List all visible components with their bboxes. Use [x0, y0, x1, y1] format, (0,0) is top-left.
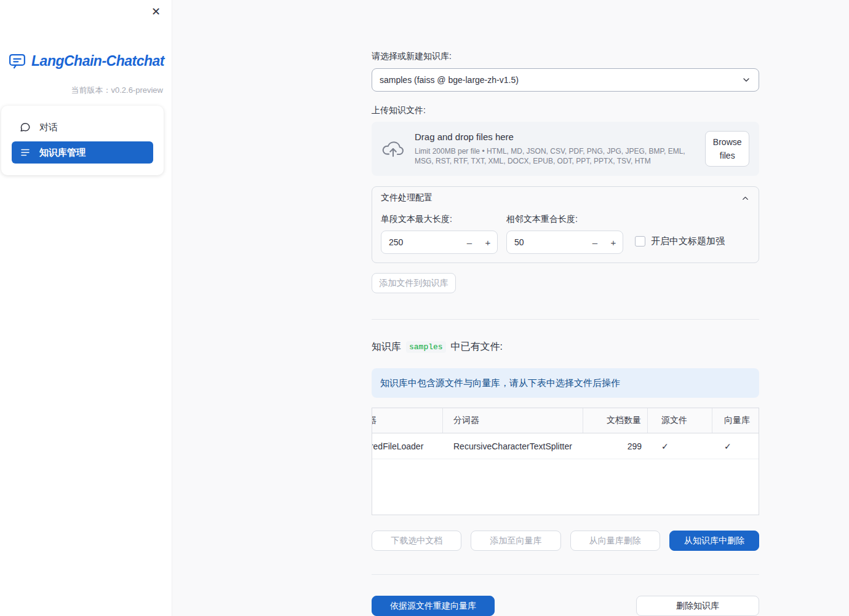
list-icon — [20, 147, 31, 158]
dropzone-texts: Drag and drop files here Limit 200MB per… — [415, 132, 695, 166]
kb-files-heading: 知识库 samples 中已有文件: — [372, 341, 759, 353]
config-row: 单段文本最大长度: 250 – + 相邻文本重合长度: 50 – + 开启中文标… — [381, 214, 750, 254]
dropzone-instructions: Drag and drop files here — [415, 132, 695, 142]
delete-from-kb-button[interactable]: 从知识库中删除 — [669, 531, 759, 551]
chunk-size-field: 单段文本最大长度: 250 – + — [381, 214, 498, 254]
column-header-vector[interactable]: 向量库 — [712, 408, 759, 433]
chunk-size-input: 250 – + — [381, 231, 498, 254]
download-selected-button[interactable]: 下载选中文档 — [372, 531, 461, 551]
app-logo: LangChain-Chatchat — [0, 52, 172, 70]
divider — [372, 574, 759, 575]
expander-header[interactable]: 文件处理配置 — [381, 187, 750, 209]
chunk-size-increment-button[interactable]: + — [479, 231, 497, 253]
sidebar-menu: 对话 知识库管理 — [1, 106, 164, 175]
column-header-source[interactable]: 源文件 — [648, 408, 712, 433]
cell-doc-count[interactable]: 299 — [583, 433, 648, 459]
chevron-up-icon — [741, 194, 750, 203]
column-header-splitter[interactable]: 分词器 — [443, 408, 583, 433]
chevron-down-icon — [741, 75, 751, 85]
browse-files-button[interactable]: Browse files — [705, 131, 749, 167]
zh-title-checkbox[interactable] — [635, 236, 645, 247]
chat-bubble-icon — [20, 122, 31, 133]
sidebar-item-label: 对话 — [39, 122, 58, 133]
zh-title-checkbox-label[interactable]: 开启中文标题加强 — [651, 235, 725, 247]
overlap-input: 50 – + — [506, 231, 623, 254]
divider — [372, 319, 759, 320]
kb-files-suffix: 中已有文件: — [451, 341, 503, 353]
overlap-decrement-button[interactable]: – — [586, 231, 604, 253]
file-action-buttons: 下载选中文档 添加至向量库 从向量库删除 从知识库中删除 — [372, 531, 759, 551]
chunk-size-value[interactable]: 250 — [381, 237, 460, 247]
sidebar-item-label: 知识库管理 — [39, 147, 86, 159]
cell-vector-check[interactable]: ✓ — [712, 433, 759, 459]
kb-management-buttons: 依据源文件重建向量库 删除知识库 — [372, 596, 759, 616]
table-inner: 文档加载器 分词器 文档数量 源文件 向量库 UnstructuredFileL… — [372, 408, 759, 515]
expander-title: 文件处理配置 — [381, 192, 432, 203]
table-row[interactable]: UnstructuredFileLoader RecursiveCharacte… — [372, 433, 759, 459]
zh-title-checkbox-group: 开启中文标题加强 — [635, 235, 725, 247]
overlap-increment-button[interactable]: + — [604, 231, 623, 253]
cell-source-check[interactable]: ✓ — [648, 433, 712, 459]
kb-select[interactable]: samples (faiss @ bge-large-zh-v1.5) — [372, 68, 759, 92]
overlap-field: 相邻文本重合长度: 50 – + — [506, 214, 623, 254]
kb-name-code: samples — [406, 341, 446, 353]
column-header-doc-count[interactable]: 文档数量 — [583, 408, 648, 433]
chunk-size-label: 单段文本最大长度: — [381, 214, 498, 225]
app-title: LangChain-Chatchat — [31, 53, 164, 69]
sidebar-item-knowledge-base[interactable]: 知识库管理 — [12, 141, 153, 164]
cell-loader[interactable]: UnstructuredFileLoader — [372, 433, 443, 459]
add-to-vector-store-button[interactable]: 添加至向量库 — [471, 531, 560, 551]
info-banner: 知识库中包含源文件与向量库，请从下表中选择文件后操作 — [372, 368, 759, 398]
file-dropzone[interactable]: Drag and drop files here Limit 200MB per… — [372, 122, 759, 176]
upload-label: 上传知识文件: — [372, 105, 759, 116]
table-header-row: 文档加载器 分词器 文档数量 源文件 向量库 — [372, 408, 759, 433]
dropzone-limit-text: Limit 200MB per file • HTML, MD, JSON, C… — [415, 146, 695, 166]
kb-select-value: samples (faiss @ bge-large-zh-v1.5) — [380, 75, 519, 85]
file-config-expander: 文件处理配置 单段文本最大长度: 250 – + 相邻文本重合长度: 50 — [372, 186, 759, 263]
rebuild-vector-store-button[interactable]: 依据源文件重建向量库 — [372, 596, 495, 616]
cell-splitter[interactable]: RecursiveCharacterTextSplitter — [443, 433, 583, 459]
chunk-size-decrement-button[interactable]: – — [460, 231, 479, 253]
column-header-loader[interactable]: 文档加载器 — [372, 408, 443, 433]
logo-chat-icon — [8, 52, 26, 70]
overlap-value[interactable]: 50 — [507, 237, 586, 247]
kb-files-table[interactable]: 文档加载器 分词器 文档数量 源文件 向量库 UnstructuredFileL… — [372, 408, 759, 515]
sidebar-item-dialogue[interactable]: 对话 — [12, 116, 153, 138]
add-files-to-kb-button[interactable]: 添加文件到知识库 — [372, 273, 456, 293]
version-text: 当前版本：v0.2.6-preview — [0, 85, 172, 96]
kb-select-label: 请选择或新建知识库: — [372, 51, 759, 62]
table-empty-area — [372, 459, 759, 515]
delete-from-vector-store-button[interactable]: 从向量库删除 — [570, 531, 660, 551]
overlap-label: 相邻文本重合长度: — [506, 214, 623, 225]
close-sidebar-button[interactable]: ✕ — [148, 4, 164, 20]
cloud-upload-icon — [381, 140, 405, 158]
main-content: 请选择或新建知识库: samples (faiss @ bge-large-zh… — [372, 0, 759, 616]
delete-kb-button[interactable]: 删除知识库 — [636, 596, 759, 616]
sidebar: ✕ LangChain-Chatchat 当前版本：v0.2.6-preview… — [0, 0, 172, 616]
kb-files-prefix: 知识库 — [372, 341, 401, 353]
